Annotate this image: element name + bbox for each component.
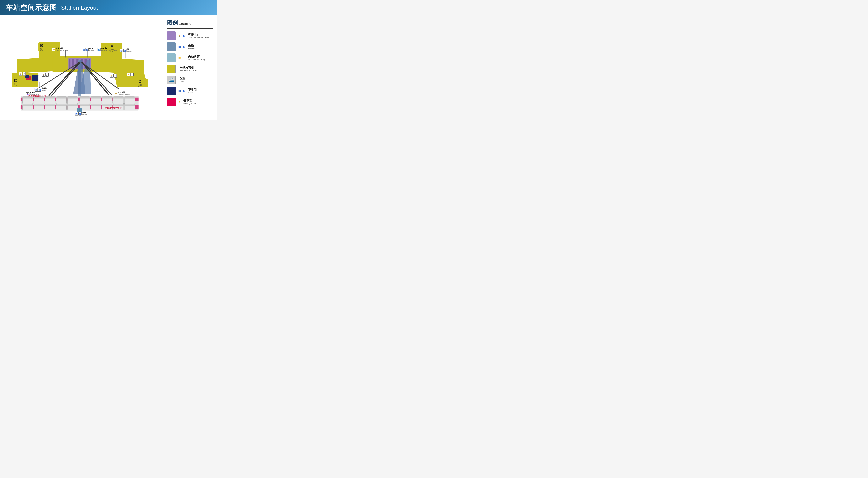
legend-text-ticketing: 自动售票 Automatic Ticketing <box>188 55 205 61</box>
header-title-en: Station Layout <box>61 4 98 11</box>
svg-rect-40 <box>34 97 44 99</box>
svg-rect-52 <box>102 97 112 99</box>
svg-marker-1 <box>17 57 55 73</box>
svg-text:卫生间: 卫生间 <box>42 88 47 89</box>
svg-text:Automatic Ticketing: Automatic Ticketing <box>118 93 130 95</box>
legend-icons-nursing: 🤱 <box>178 100 181 104</box>
svg-rect-42 <box>45 97 55 99</box>
svg-rect-70 <box>91 105 101 106</box>
legend-label-zh-train: 列车 <box>180 77 185 81</box>
legend-item-elevator: 🛗 ♿ 电梯 Elevator <box>167 42 213 51</box>
svg-text:电梯: 电梯 <box>89 47 93 49</box>
svg-text:电梯: 电梯 <box>127 48 130 50</box>
legend-text-checkin: 自动检票机 Self-Service Check-in <box>180 66 198 72</box>
legend-icons-customer-service: 🧍 ♿ <box>178 34 186 38</box>
svg-text:Elevator: Elevator <box>89 49 94 51</box>
svg-text:C: C <box>14 78 17 83</box>
legend-label-en-customer-service: Customer Service Center <box>188 36 210 39</box>
svg-text:EXIT: EXIT <box>40 50 43 51</box>
legend-label-zh-customer-service: 客服中心 <box>188 33 210 36</box>
svg-text:母婴室: 母婴室 <box>30 92 35 94</box>
svg-text:Elevator: Elevator <box>127 50 132 52</box>
legend-color-ticketing <box>167 54 176 62</box>
svg-rect-38 <box>23 97 33 99</box>
svg-text:↗: ↗ <box>46 74 48 76</box>
svg-text:自动售票: 自动售票 <box>56 47 63 49</box>
legend-icon-ticket: 🎫 <box>178 56 181 60</box>
svg-rect-56 <box>124 97 135 99</box>
svg-text:A: A <box>111 44 113 49</box>
svg-text:Customer Service Center: Customer Service Center <box>101 49 117 51</box>
svg-text:🛗: 🛗 <box>83 49 85 51</box>
legend-text-toilets: 卫生间 Toilets <box>188 88 197 94</box>
svg-rect-48 <box>80 97 90 99</box>
svg-text:↗: ↗ <box>131 73 133 76</box>
svg-text:出口: 出口 <box>14 83 18 85</box>
svg-text:🎫: 🎫 <box>115 92 117 95</box>
svg-text:自动售票: 自动售票 <box>118 91 125 93</box>
legend-item-checkin: 自动检票机 Self-Service Check-in <box>167 64 213 73</box>
svg-text:👤: 👤 <box>98 49 100 51</box>
svg-rect-72 <box>102 105 112 106</box>
legend-item-customer-service: 🧍 ♿ 客服中心 Customer Service Center <box>167 31 213 40</box>
svg-marker-3 <box>105 58 144 74</box>
svg-text:🚶: 🚶 <box>42 74 44 76</box>
legend-divider <box>167 28 213 29</box>
legend-text-customer-service: 客服中心 Customer Service Center <box>188 33 210 39</box>
legend-icon-wheelchair3: ♿ <box>182 89 186 93</box>
legend-label-en-train: Train <box>180 81 185 83</box>
diagram-area: B 出口 EXIT A 出口 EXIT C 出口 EXIT D 出口 EXIT <box>0 16 163 120</box>
legend-label-zh-nursing: 母婴室 <box>183 99 196 102</box>
legend-title-zh: 图例 <box>167 20 178 26</box>
legend-label-zh-checkin: 自动检票机 <box>180 66 198 69</box>
svg-text:往螺洲古镇方向 ▶: 往螺洲古镇方向 ▶ <box>104 107 122 109</box>
svg-text:↗: ↗ <box>114 75 116 77</box>
svg-rect-46 <box>67 97 78 99</box>
svg-text:Toilets: Toilets <box>42 90 46 91</box>
legend-icon-wheelchair2: ♿ <box>182 45 186 49</box>
svg-rect-74 <box>113 105 124 106</box>
svg-rect-66 <box>67 105 78 106</box>
svg-text:🎫: 🎫 <box>53 49 55 51</box>
header-title-zh: 车站空间示意图 <box>6 3 57 12</box>
svg-text:出口: 出口 <box>138 84 142 86</box>
legend-label-en-elevator: Elevator <box>188 48 195 50</box>
svg-text:Elevator: Elevator <box>82 114 87 115</box>
legend-color-nursing <box>167 97 176 106</box>
svg-text:客服中心: 客服中心 <box>101 47 108 49</box>
legend-label-zh-ticketing: 自动售票 <box>188 55 205 59</box>
legend-icon-wc: 🚻 <box>178 89 181 93</box>
svg-rect-54 <box>113 97 124 99</box>
header: 车站空间示意图 Station Layout <box>0 0 217 16</box>
legend-color-elevator <box>167 42 176 51</box>
svg-rect-58 <box>23 105 33 106</box>
svg-text:♿: ♿ <box>86 49 88 51</box>
svg-text:↗: ↗ <box>23 73 25 75</box>
svg-text:🛗: 🛗 <box>75 113 78 115</box>
legend-text-elevator: 电梯 Elevator <box>188 44 195 50</box>
svg-text:Automatic Ticketing: Automatic Ticketing <box>56 49 68 51</box>
legend-icons-toilets: 🚻 ♿ <box>178 89 186 93</box>
legend-area: 图例 Legend 🧍 ♿ 客服中心 Customer Service Cent… <box>163 16 217 120</box>
legend-label-en-checkin: Self-Service Check-in <box>180 69 198 72</box>
main-content: B 出口 EXIT A 出口 EXIT C 出口 EXIT D 出口 EXIT <box>0 16 217 120</box>
svg-rect-76 <box>124 105 135 106</box>
legend-label-zh-toilets: 卫生间 <box>188 88 197 92</box>
legend-color-train: 🚄 <box>167 76 176 84</box>
svg-rect-12 <box>73 59 74 69</box>
legend-icons-elevator: 🛗 ♿ <box>178 45 186 49</box>
station-diagram: B 出口 EXIT A 出口 EXIT C 出口 EXIT D 出口 EXIT <box>2 19 161 118</box>
legend-item-toilets: 🚻 ♿ 卫生间 Toilets <box>167 87 213 95</box>
svg-text:B: B <box>40 43 43 48</box>
legend-label-zh-elevator: 电梯 <box>188 44 195 48</box>
legend-icon-wheelchair: ♿ <box>182 34 186 38</box>
svg-text:🚶: 🚶 <box>111 75 113 77</box>
legend-icons-ticketing: 🎫 → <box>178 56 186 60</box>
legend-text-train: 列车 Train <box>180 77 185 83</box>
legend-item-nursing: 🤱 母婴室 Nursing Room <box>167 97 213 106</box>
svg-rect-68 <box>80 105 90 106</box>
legend-color-customer-service <box>167 31 176 40</box>
legend-icon-elevator: 🛗 <box>178 45 181 49</box>
svg-rect-64 <box>56 105 66 106</box>
svg-text:D: D <box>138 79 141 84</box>
